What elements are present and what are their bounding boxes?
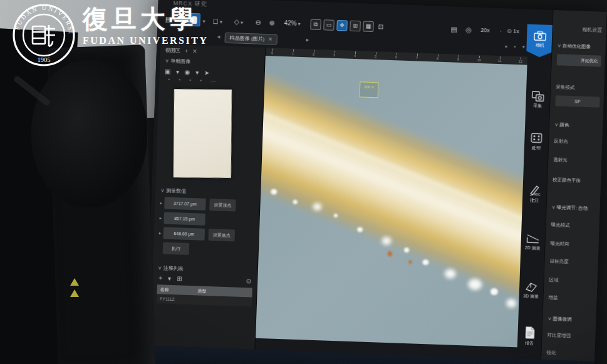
rail-item-annotate[interactable]: ABC 批注 <box>522 184 547 204</box>
navigation-thumbnail[interactable] <box>174 89 232 178</box>
photo-of-monitor: MRCX 研究 ▤▾ ▾ ◻▾ ◇▾ ⊖ ⊕ 42%▾ ⧉▭❖⊞▦ ⊡ ▤ ◎ … <box>0 0 607 364</box>
monitor: MRCX 研究 ▤▾ ▾ ◻▾ ◇▾ ⊖ ⊕ 42%▾ ⧉▭❖⊞▦ ⊡ ▤ ◎ … <box>145 0 606 364</box>
camera-lens <box>31 60 147 207</box>
document-tab[interactable]: 样品图像 (图片)✕ <box>224 33 278 45</box>
region-item[interactable]: 区域 <box>549 277 594 285</box>
measure-2d-icon <box>526 234 541 244</box>
camera-icon <box>534 31 547 41</box>
capture-mode-label: 采集模式 <box>556 84 601 92</box>
reflected-light-item[interactable]: 反射光 <box>554 138 599 146</box>
microscope-image[interactable] <box>256 56 527 347</box>
rail-item-process[interactable]: 处理 <box>524 132 549 152</box>
apply-button[interactable]: 执行 <box>163 242 190 254</box>
svg-text:ABC: ABC <box>534 192 541 196</box>
view-grid-button[interactable]: ⧉ <box>310 19 321 30</box>
image-tune-section-header[interactable]: ∨ 图像微调 <box>547 316 593 324</box>
software-screen: MRCX 研究 ▤▾ ▾ ◻▾ ◇▾ ⊖ ⊕ 42%▾ ⧉▭❖⊞▦ ⊡ ▤ ◎ … <box>147 0 607 361</box>
fudan-logo: FUDAN UNIVERSITY 1905 復旦大學 FUDAN UNIVERS… <box>11 3 208 68</box>
gain-item[interactable]: 增益 <box>548 294 594 303</box>
auto-optimize-button[interactable]: 开始优化 <box>557 54 602 66</box>
university-name-en: FUDAN UNIVERSITY <box>83 35 208 46</box>
zoom-level-dropdown[interactable]: 42%▾ <box>284 18 301 30</box>
color-section-header[interactable]: ∨ 颜色 <box>554 122 600 130</box>
rail-item-measure-2d[interactable]: 2D 测量 <box>521 233 545 251</box>
measure-3d-icon <box>524 281 539 293</box>
svg-text:1905: 1905 <box>38 56 51 63</box>
contrast-enhance-item[interactable]: 对比度增强 <box>547 332 593 340</box>
zoom-in-icon[interactable]: ⊕ <box>269 17 275 28</box>
view-mode-buttons: ⧉▭❖⊞▦ <box>310 18 376 32</box>
process-icon <box>530 132 543 144</box>
tab-next-arrow[interactable]: ▸ <box>306 36 309 43</box>
exposure-section-header[interactable]: ∨ 曝光调节: 自动 <box>551 204 597 212</box>
refresh-icon[interactable]: ◎ <box>465 24 472 35</box>
measure-value-field[interactable]: 857.15 μm <box>163 212 205 226</box>
flat-view-icon[interactable]: ▤ <box>450 23 457 34</box>
left-panel: 视图区 + ✕ ∨ 导航图像 ▣ ▾ ◉ ▾ ➤ • • • • — ∨ 测量数… <box>150 44 266 350</box>
annotate-pencil-icon: ABC <box>528 185 541 197</box>
annotation-chevron[interactable]: ▾ <box>168 275 171 282</box>
measure-section-header[interactable]: ∨ 测量数值 <box>155 184 261 197</box>
capture-icon <box>532 91 545 102</box>
report-document-icon <box>524 326 536 340</box>
transmitted-light-item[interactable]: 透射光 <box>553 157 599 165</box>
target-brightness-item[interactable]: 目标亮度 <box>549 258 595 266</box>
fudan-seal-icon: FUDAN UNIVERSITY 1905 <box>11 3 76 68</box>
tab-prev-arrow[interactable]: ◂ <box>217 33 220 39</box>
annotation-search-icon[interactable]: ⊙ <box>246 278 252 284</box>
tab-close-icon[interactable]: ✕ <box>268 36 272 42</box>
add-annotation-button[interactable]: + <box>158 274 162 281</box>
view-fit-button[interactable]: ▭ <box>323 19 335 31</box>
panel-toggle-icon[interactable]: ⊡ <box>378 21 384 32</box>
measure-value-field[interactable]: 648.65 μm <box>163 227 205 241</box>
view-cam-button[interactable]: ▦ <box>363 21 374 32</box>
set-top-point-button[interactable]: 设置顶点 <box>209 199 236 211</box>
view-split-button[interactable]: ⊞ <box>350 21 361 32</box>
viewport-corner-icons[interactable]: ▸ ▪ ▾ <box>505 43 527 49</box>
zoom-out-icon[interactable]: ⊖ <box>255 16 261 28</box>
rail-item-camera[interactable]: 相机 <box>526 24 554 58</box>
annotation-table: 名称 类型 FY111Z <box>157 284 252 306</box>
exposure-mode-item[interactable]: 曝光模式 <box>551 222 596 230</box>
warning-triangle-icon <box>70 289 79 297</box>
measure-value-field[interactable]: 3717.07 μm <box>164 197 206 211</box>
rail-item-report[interactable]: 报告 <box>517 326 542 346</box>
right-panel-header: 相机设置 <box>582 26 602 34</box>
view-nav-button-active[interactable]: ❖ <box>336 20 348 31</box>
color-balance-item[interactable]: 校正颜色平衡 <box>553 177 598 185</box>
select-tool-icon[interactable]: ◻▾ <box>212 15 222 28</box>
measurement-section: ∨ 测量数值 ▸ 3717.07 μm 设置顶点 ▸ 857.15 μm ▸ 6… <box>153 184 261 257</box>
exposure-time-item[interactable]: 曝光时间 <box>550 241 596 249</box>
separator-dot: · <box>499 25 502 36</box>
svg-text:FUDAN UNIVERSITY: FUDAN UNIVERSITY <box>11 3 75 36</box>
auto-optimize-section-header[interactable]: ∨ 自动优化图像 <box>557 43 603 51</box>
annotation-section: ∨ 注释列表 + ▾ ⊞ ⊙ 名称 类型 FY111Z <box>152 262 258 307</box>
shape-tool-icon[interactable]: ◇▾ <box>234 16 243 28</box>
rail-item-capture[interactable]: 采集 <box>526 91 550 110</box>
magnification-annotation[interactable]: 200 X <box>360 81 379 98</box>
rail-item-measure-3d[interactable]: 3D 测量 <box>519 281 543 299</box>
sharpen-item[interactable]: 锐化 <box>546 350 592 358</box>
fiber-specimen <box>256 64 527 306</box>
view-scale-indicator[interactable]: ⊙ 1x <box>507 25 519 37</box>
capture-mode-select[interactable]: SF <box>555 95 600 107</box>
objective-indicator[interactable]: 20x <box>480 24 490 36</box>
set-bottom-point-button[interactable]: 设置底点 <box>208 229 235 241</box>
warning-triangle-icon <box>70 278 79 286</box>
annotation-grid-icon[interactable]: ⊞ <box>177 275 182 282</box>
image-viewport[interactable]: 0 1 2 3 4 5 6 7 8 9 10 11 12 <box>256 48 527 347</box>
university-name-zh: 復旦大學 <box>83 3 208 35</box>
